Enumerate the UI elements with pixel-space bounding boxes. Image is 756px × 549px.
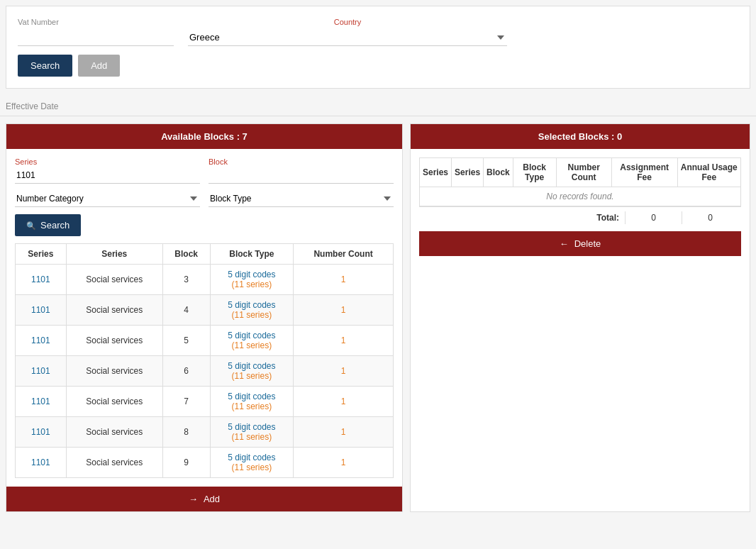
cell-block: 4 xyxy=(162,295,210,326)
cell-block-type: 5 digit codes(11 series) xyxy=(210,356,294,387)
cell-series2: Social services xyxy=(66,448,162,478)
search-icon xyxy=(26,220,36,231)
cell-block-type: 5 digit codes(11 series) xyxy=(210,265,294,295)
delete-button[interactable]: ← Delete xyxy=(419,231,741,256)
cell-block: 5 xyxy=(162,326,210,356)
available-blocks-panel: Available Blocks : 7 Series Block Number… xyxy=(6,123,403,512)
effective-date-label: Effective Date xyxy=(6,101,58,111)
no-records-row: No records found. xyxy=(420,187,741,206)
filter-row-2: Number Category Block Type xyxy=(15,191,394,207)
arrow-left-icon: ← xyxy=(560,238,569,249)
sel-col-annual-fee: Annual Usage Fee xyxy=(677,158,740,187)
sel-col-block: Block xyxy=(484,158,513,187)
totals-row: Total: 0 0 xyxy=(419,206,741,228)
available-blocks-table: Series Series Block Block Type Number Co… xyxy=(15,243,394,478)
col-series1: Series xyxy=(16,244,67,265)
selected-table-body: No records found. xyxy=(420,187,741,206)
sel-col-series1: Series xyxy=(420,158,452,187)
series-filter-label: Series xyxy=(15,157,200,166)
cell-series2: Social services xyxy=(66,265,162,295)
sel-col-series2: Series xyxy=(452,158,484,187)
delete-label: Delete xyxy=(574,238,601,249)
cell-number-count: 1 xyxy=(294,326,394,356)
block-type-group: Block Type xyxy=(209,191,394,207)
number-category-group: Number Category xyxy=(15,191,200,207)
cell-series1: 1101 xyxy=(16,295,67,326)
top-section: Vat Number Country Greece Germany France… xyxy=(6,6,750,89)
filter-row-1: Series Block xyxy=(15,157,394,184)
table-row[interactable]: 1101 Social services 5 5 digit codes(11 … xyxy=(16,326,394,356)
top-search-button[interactable]: Search xyxy=(18,55,72,77)
block-filter-group: Block xyxy=(209,157,394,184)
selected-blocks-table: Series Series Block Block Type Number Co… xyxy=(419,157,741,206)
cell-block: 8 xyxy=(162,417,210,448)
selected-header-row: Series Series Block Block Type Number Co… xyxy=(420,158,741,187)
vat-number-input[interactable] xyxy=(18,29,174,46)
series-filter-input[interactable] xyxy=(15,167,200,184)
cell-number-count: 1 xyxy=(294,448,394,478)
total-label: Total: xyxy=(596,213,625,223)
available-blocks-header: Available Blocks : 7 xyxy=(6,124,402,149)
cell-block-type: 5 digit codes(11 series) xyxy=(210,326,294,356)
available-table-body: 1101 Social services 3 5 digit codes(11 … xyxy=(16,265,394,478)
sel-col-number-count: Number Count xyxy=(556,158,611,187)
cell-number-count: 1 xyxy=(294,417,394,448)
cell-number-count: 1 xyxy=(294,387,394,417)
cell-number-count: 1 xyxy=(294,356,394,387)
cell-series2: Social services xyxy=(66,295,162,326)
table-row[interactable]: 1101 Social services 6 5 digit codes(11 … xyxy=(16,356,394,387)
col-number-count: Number Count xyxy=(294,244,394,265)
top-buttons: Search Add xyxy=(18,55,738,77)
top-add-button[interactable]: Add xyxy=(78,55,120,77)
country-group: Country Greece Germany France xyxy=(188,18,507,46)
cell-block-type: 5 digit codes(11 series) xyxy=(210,387,294,417)
available-add-label: Add xyxy=(204,494,220,504)
cell-block-type: 5 digit codes(11 series) xyxy=(210,417,294,448)
country-label: Country xyxy=(188,18,507,26)
block-filter-label: Block xyxy=(209,157,394,166)
arrow-right-icon: → xyxy=(189,494,198,504)
cell-number-count: 1 xyxy=(294,265,394,295)
sel-col-assignment-fee: Assignment Fee xyxy=(611,158,677,187)
cell-series2: Social services xyxy=(66,326,162,356)
vat-number-group: Vat Number xyxy=(18,18,174,46)
selected-blocks-panel: Selected Blocks : 0 Series Series Block … xyxy=(410,123,750,512)
available-search-button[interactable]: Search xyxy=(15,214,81,236)
sel-col-block-type: Block Type xyxy=(513,158,556,187)
cell-series1: 1101 xyxy=(16,417,67,448)
cell-series1: 1101 xyxy=(16,387,67,417)
vat-label: Vat Number xyxy=(18,18,174,26)
cell-series2: Social services xyxy=(66,356,162,387)
number-category-select[interactable]: Number Category xyxy=(15,191,200,207)
cell-block-type: 5 digit codes(11 series) xyxy=(210,295,294,326)
cell-series1: 1101 xyxy=(16,265,67,295)
country-select[interactable]: Greece Germany France xyxy=(188,29,507,46)
total-count-value: 0 xyxy=(625,211,682,224)
col-block: Block xyxy=(162,244,210,265)
table-row[interactable]: 1101 Social services 4 5 digit codes(11 … xyxy=(16,295,394,326)
col-block-type: Block Type xyxy=(210,244,294,265)
cell-series1: 1101 xyxy=(16,356,67,387)
col-series2: Series xyxy=(66,244,162,265)
cell-number-count: 1 xyxy=(294,295,394,326)
selected-blocks-header: Selected Blocks : 0 xyxy=(411,124,750,149)
cell-block-type: 5 digit codes(11 series) xyxy=(210,448,294,478)
selected-table-head: Series Series Block Block Type Number Co… xyxy=(420,158,741,187)
cell-series1: 1101 xyxy=(16,448,67,478)
table-row[interactable]: 1101 Social services 7 5 digit codes(11 … xyxy=(16,387,394,417)
no-records-text: No records found. xyxy=(420,187,741,206)
available-blocks-body: Series Block Number Category Block xyxy=(6,149,402,487)
total-fee-value: 0 xyxy=(682,211,738,224)
table-row[interactable]: 1101 Social services 8 5 digit codes(11 … xyxy=(16,417,394,448)
available-search-label: Search xyxy=(40,220,70,231)
cell-series1: 1101 xyxy=(16,326,67,356)
block-filter-input[interactable] xyxy=(209,167,394,184)
available-table-header-row: Series Series Block Block Type Number Co… xyxy=(16,244,394,265)
block-type-select[interactable]: Block Type xyxy=(209,191,394,207)
cell-block: 6 xyxy=(162,356,210,387)
cell-block: 3 xyxy=(162,265,210,295)
table-row[interactable]: 1101 Social services 9 5 digit codes(11 … xyxy=(16,448,394,478)
table-row[interactable]: 1101 Social services 3 5 digit codes(11 … xyxy=(16,265,394,295)
available-add-button[interactable]: → Add xyxy=(6,487,402,511)
cell-series2: Social services xyxy=(66,387,162,417)
